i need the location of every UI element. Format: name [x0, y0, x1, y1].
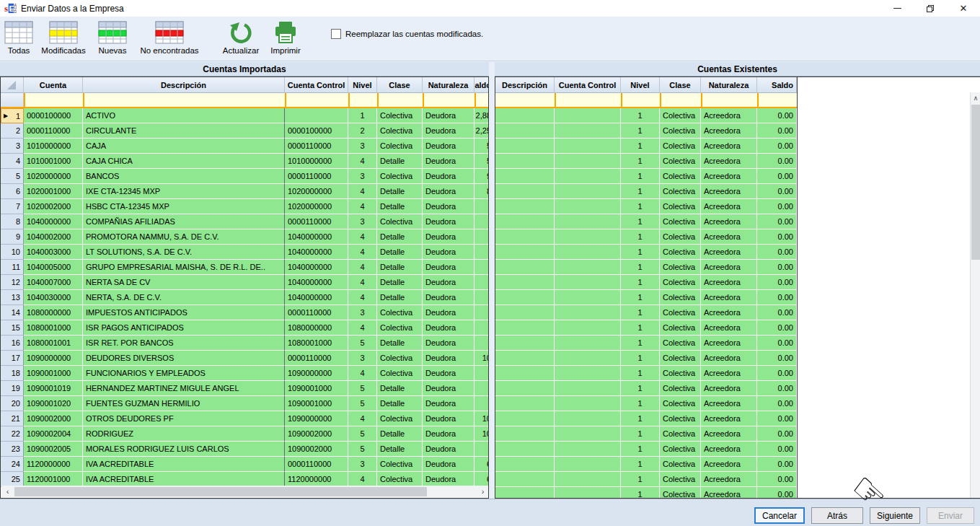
imported-table-row[interactable]: 101040003000LT SOLUTIONS, S.A. DE C.V.10… — [1, 245, 488, 260]
actualizar-button[interactable]: Actualizar — [217, 17, 265, 55]
imported-table-row[interactable]: 191090001019HERNANDEZ MARTINEZ MIGULE AN… — [1, 381, 488, 396]
existing-table-row[interactable]: 1ColectivaAcreedora0.00 — [495, 260, 797, 275]
filter-modificadas-button[interactable]: Modificadas — [35, 17, 92, 55]
filter-todas-button[interactable]: Todas — [2, 17, 35, 55]
column-header-nivel[interactable]: Nivel — [621, 77, 660, 93]
filter-input-saldo[interactable] — [474, 93, 489, 107]
cancelar-button[interactable]: Cancelar — [754, 507, 805, 524]
row-number-cell[interactable]: 25 — [1, 472, 24, 487]
filter-input-naturaleza[interactable] — [423, 93, 474, 107]
filter-no-encontradas-button[interactable]: No encontradas — [133, 17, 206, 55]
existing-table-row[interactable]: 1ColectivaAcreedora0.00 — [495, 487, 797, 498]
scroll-up-icon[interactable]: ∧ — [971, 92, 980, 104]
filter-input-clase[interactable] — [377, 93, 423, 107]
existing-table-row[interactable]: 1ColectivaAcreedora0.00 — [495, 184, 797, 199]
replace-modified-checkbox[interactable]: Reemplazar las cuentas modificadas. — [331, 29, 483, 39]
existing-table-row[interactable]: 1ColectivaAcreedora0.00 — [495, 245, 797, 260]
siguiente-button[interactable]: Siguiente — [870, 507, 920, 524]
horizontal-scroll-thumb[interactable] — [14, 487, 427, 496]
existing-table-row[interactable]: 1ColectivaAcreedora0.00 — [495, 336, 797, 351]
imported-table-row[interactable]: 81040000000COMPAÑIAS AFILIADAS0000110000… — [1, 214, 488, 229]
existing-table-row[interactable]: 1ColectivaAcreedora0.00 — [495, 139, 797, 154]
existing-table-row[interactable]: 1ColectivaAcreedora0.00 — [495, 290, 797, 305]
existing-table-row[interactable]: 1ColectivaAcreedora0.00 — [495, 123, 797, 139]
imported-table-row[interactable]: 20000110000CIRCULANTE00001000002Colectiv… — [1, 123, 488, 139]
existing-table-row[interactable]: 1ColectivaAcreedora0.00 — [495, 214, 797, 229]
row-number-cell[interactable]: 15 — [1, 320, 24, 336]
column-header-descripcion[interactable]: Descripción — [83, 77, 285, 93]
row-number-cell[interactable]: 13 — [1, 290, 24, 305]
imported-table-row[interactable]: 221090002004RODRIGUEZ10900020005DetalleD… — [1, 426, 488, 442]
existing-table-row[interactable]: 1ColectivaAcreedora0.00 — [495, 381, 797, 396]
existing-table-row[interactable]: 1ColectivaAcreedora0.00 — [495, 426, 797, 442]
column-header-naturaleza[interactable]: Naturaleza — [701, 77, 757, 93]
imported-table-row[interactable]: 111040005000GRUPO EMPRESARIAL MAISHA, S.… — [1, 260, 488, 275]
restore-button[interactable] — [914, 0, 947, 17]
imported-table-row[interactable]: 161080001001ISR RET. POR BANCOS108000100… — [1, 336, 488, 351]
scroll-left-icon[interactable]: ‹ — [1, 486, 14, 497]
column-header-cuenta-control[interactable]: Cuenta Control — [285, 77, 348, 93]
enviar-button[interactable]: Enviar — [927, 507, 974, 524]
filter-input-cuenta-control[interactable] — [555, 93, 621, 107]
column-header-descripcion[interactable]: Descripción — [495, 77, 555, 93]
column-header-saldo[interactable]: Saldo — [757, 77, 797, 93]
row-number-cell[interactable]: 3 — [1, 139, 24, 154]
imported-table-row[interactable]: 151080001000ISR PAGOS ANTICIPADOS1080000… — [1, 320, 488, 336]
filter-input-descripcion[interactable] — [495, 93, 555, 107]
filter-nuevas-button[interactable]: Nuevas — [92, 17, 133, 55]
row-number-cell[interactable]: 9 — [1, 229, 24, 245]
filter-input-naturaleza[interactable] — [701, 93, 757, 107]
existing-table-row[interactable]: 1ColectivaAcreedora0.00 — [495, 169, 797, 184]
column-header-cuenta-control[interactable]: Cuenta Control — [555, 77, 621, 93]
existing-table-row[interactable]: 1ColectivaAcreedora0.00 — [495, 199, 797, 214]
existing-table-row[interactable]: 1ColectivaAcreedora0.00 — [495, 320, 797, 336]
row-number-cell[interactable]: 19 — [1, 381, 24, 396]
row-number-cell[interactable]: 5 — [1, 169, 24, 184]
column-header-saldo[interactable]: Saldo — [474, 77, 489, 93]
imprimir-button[interactable]: Imprimir — [265, 17, 306, 55]
row-number-cell[interactable]: 2 — [1, 123, 24, 139]
column-header-naturaleza[interactable]: Naturaleza — [423, 77, 474, 93]
row-number-cell[interactable]: 20 — [1, 396, 24, 411]
row-number-cell[interactable]: 11 — [1, 260, 24, 275]
filter-input-saldo[interactable] — [757, 93, 797, 107]
existing-table-row[interactable]: 1ColectivaAcreedora0.00 — [495, 351, 797, 366]
existing-table-row[interactable]: 1ColectivaAcreedora0.00 — [495, 411, 797, 426]
row-number-cell[interactable]: 7 — [1, 199, 24, 214]
horizontal-scrollbar[interactable]: ‹ › — [1, 486, 489, 497]
column-header-nivel[interactable]: Nivel — [348, 77, 377, 93]
row-number-cell[interactable]: 6 — [1, 184, 24, 199]
close-button[interactable]: ✕ — [947, 0, 980, 17]
imported-table-row[interactable]: 241120000000IVA ACREDITABLE00001100003Co… — [1, 457, 488, 472]
existing-table-row[interactable]: 1ColectivaAcreedora0.00 — [495, 305, 797, 320]
scroll-right-icon[interactable]: › — [477, 486, 489, 497]
row-number-cell[interactable]: 4 — [1, 154, 24, 169]
imported-table-row[interactable]: 71020002000HSBC CTA-12345 MXP10200000004… — [1, 199, 488, 214]
row-number-cell[interactable]: 12 — [1, 275, 24, 290]
vertical-scrollbar[interactable]: ∧ ∨ — [970, 92, 980, 499]
existing-table-row[interactable]: 1ColectivaAcreedora0.00 — [495, 472, 797, 487]
column-header-clase[interactable]: Clase — [660, 77, 701, 93]
imported-table-row[interactable]: 171090000000DEUDORES DIVERSOS00001100003… — [1, 351, 488, 366]
imported-table-row[interactable]: 61020001000IXE CTA-12345 MXP10200000004D… — [1, 184, 488, 199]
atras-button[interactable]: Atrás — [811, 507, 863, 524]
filter-input-clase[interactable] — [660, 93, 701, 107]
row-number-cell[interactable]: 22 — [1, 426, 24, 442]
existing-table-row[interactable]: 1ColectivaAcreedora0.00 — [495, 366, 797, 381]
column-header-clase[interactable]: Clase — [377, 77, 423, 93]
imported-table-row[interactable]: 141080000000IMPUESTOS ANTICIPADOS0000110… — [1, 305, 488, 320]
existing-table-row[interactable]: 1ColectivaAcreedora0.00 — [495, 154, 797, 169]
imported-table-row[interactable]: 181090001000FUNCIONARIOS Y EMPLEADOS1090… — [1, 366, 488, 381]
row-number-cell[interactable]: 14 — [1, 305, 24, 320]
imported-table-row[interactable]: ▶10000100000ACTIVO1ColectivaDeudora2,88 — [1, 108, 488, 123]
imported-table-row[interactable]: 41010001000CAJA CHICA10100000004DetalleD… — [1, 154, 488, 169]
existing-table-row[interactable]: 1ColectivaAcreedora0.00 — [495, 229, 797, 245]
existing-table-row[interactable]: 1ColectivaAcreedora0.00 — [495, 275, 797, 290]
row-number-cell[interactable]: 16 — [1, 336, 24, 351]
imported-table-row[interactable]: 201090001020FUENTES GUZMAN HERMILIO10900… — [1, 396, 488, 411]
existing-table-row[interactable]: 1ColectivaAcreedora0.00 — [495, 108, 797, 123]
existing-table-row[interactable]: 1ColectivaAcreedora0.00 — [495, 442, 797, 457]
filter-input-descripcion[interactable] — [83, 93, 285, 107]
existing-table-row[interactable]: 1ColectivaAcreedora0.00 — [495, 457, 797, 472]
imported-table-row[interactable]: 211090002000OTROS DEUDORES PF10900000004… — [1, 411, 488, 426]
